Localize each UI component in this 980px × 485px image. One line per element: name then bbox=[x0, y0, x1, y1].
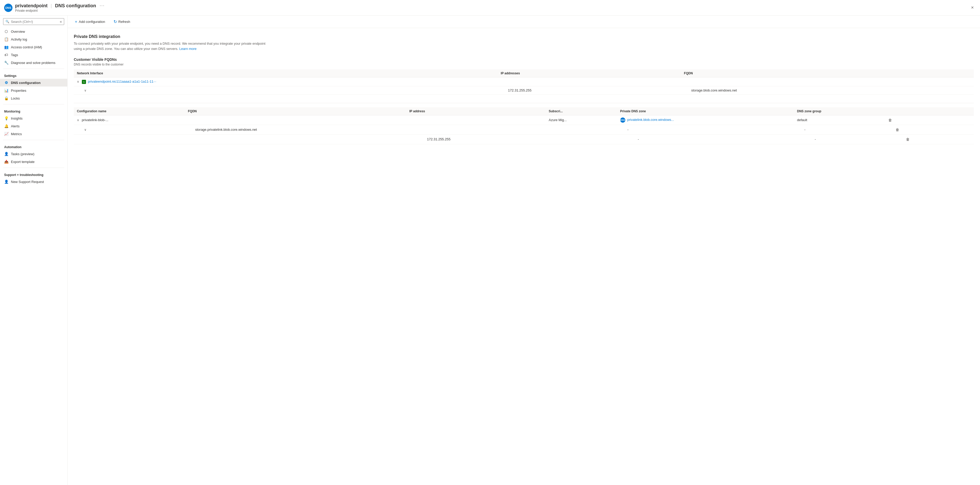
locks-icon: 🔒 bbox=[4, 96, 8, 101]
refresh-label: Refresh bbox=[118, 20, 130, 24]
sidebar-item-label: Alerts bbox=[11, 124, 19, 128]
config-subscription-cell: Azure Mig... bbox=[546, 115, 617, 125]
config-child1-delete: 🗑 bbox=[884, 125, 974, 134]
fqdns-nic-cell: ∨ N privateendpoint.nic111aaaa1-a1a1-1a1… bbox=[74, 77, 498, 86]
delete-config-button[interactable]: 🗑 bbox=[887, 118, 894, 123]
sidebar-item-insights[interactable]: 💡 Insights bbox=[0, 114, 67, 122]
add-configuration-button[interactable]: + Add configuration bbox=[73, 18, 107, 25]
diagnose-icon: 🔧 bbox=[4, 61, 8, 65]
dns-config-icon: ⚙ bbox=[4, 81, 8, 85]
config-child1-ip bbox=[406, 125, 546, 134]
table-row: ∨ privatelink-blob-... Azure Mig... DNS … bbox=[74, 115, 974, 125]
sidebar-item-metrics[interactable]: 📈 Metrics bbox=[0, 130, 67, 138]
sidebar-item-label: Access control (IAM) bbox=[11, 45, 42, 49]
learn-more-link[interactable]: Learn more bbox=[179, 47, 196, 51]
fqdns-child-ip: 172.31.255.255 bbox=[498, 86, 681, 94]
sidebar: 🔍 « ⬡ Overview 📋 Activity log 👥 Access c… bbox=[0, 16, 68, 485]
search-box: 🔍 « bbox=[3, 18, 64, 25]
header: DNS privatendpoint | DNS configuration ·… bbox=[0, 0, 980, 16]
refresh-button[interactable]: ↻ Refresh bbox=[111, 18, 132, 25]
fqdns-col-ip-addresses: IP addresses bbox=[498, 69, 681, 77]
expand-child1-button[interactable]: ∨ bbox=[84, 128, 86, 131]
sidebar-item-activity-log[interactable]: 📋 Activity log bbox=[0, 35, 67, 43]
sidebar-item-tags[interactable]: 🏷 Tags bbox=[0, 51, 67, 59]
config-col-ip: IP address bbox=[406, 107, 546, 115]
properties-icon: 📊 bbox=[4, 88, 8, 93]
sidebar-item-overview[interactable]: ⬡ Overview bbox=[0, 27, 67, 35]
sidebar-item-label: Metrics bbox=[11, 132, 22, 136]
customer-fqdns-desc: DNS records visible to the customer bbox=[74, 63, 974, 66]
support-section-header: Support + troubleshooting bbox=[0, 170, 67, 178]
config-col-dns-zone: Private DNS zone bbox=[617, 107, 794, 115]
config-table: Configuration name FQDN IP address Subsc… bbox=[74, 107, 974, 144]
config-section: Configuration name FQDN IP address Subsc… bbox=[74, 103, 974, 144]
sidebar-item-locks[interactable]: 🔒 Locks bbox=[0, 94, 67, 102]
svg-text:N: N bbox=[83, 81, 85, 83]
config-child2-subscription bbox=[546, 134, 617, 144]
table-row: ∨ N privateendpoint.nic111aaaa1-a1a1-1a1… bbox=[74, 77, 974, 86]
add-configuration-label: Add configuration bbox=[79, 20, 105, 24]
config-child2-name bbox=[74, 134, 185, 144]
settings-divider bbox=[3, 69, 64, 69]
metrics-icon: 📈 bbox=[4, 132, 8, 136]
delete-child1-button[interactable]: 🗑 bbox=[894, 127, 901, 132]
fqdns-col-fqdn: FQDN bbox=[681, 69, 974, 77]
expand-nic-button[interactable]: ∨ bbox=[77, 80, 79, 83]
sidebar-item-label: Overview bbox=[11, 30, 25, 34]
collapse-button[interactable]: « bbox=[60, 19, 62, 24]
nic-icon: N bbox=[82, 80, 86, 84]
sidebar-item-label: Tags bbox=[11, 53, 18, 57]
more-menu-button[interactable]: ··· bbox=[100, 3, 105, 8]
automation-section-header: Automation bbox=[0, 142, 67, 150]
config-child1-expand: ∨ bbox=[74, 125, 185, 134]
sidebar-item-label: Properties bbox=[11, 89, 26, 93]
insights-icon: 💡 bbox=[4, 116, 8, 120]
config-fqdn-cell bbox=[185, 115, 406, 125]
expand-child-button[interactable]: ∨ bbox=[84, 89, 86, 92]
main-content: + Add configuration ↻ Refresh Private DN… bbox=[68, 16, 980, 485]
export-template-icon: 📤 bbox=[4, 160, 8, 164]
fqdns-header-row: Network Interface IP addresses FQDN bbox=[74, 69, 974, 77]
sidebar-item-label: DNS configuration bbox=[11, 81, 41, 85]
sidebar-item-label: Locks bbox=[11, 96, 20, 101]
sidebar-item-diagnose[interactable]: 🔧 Diagnose and solve problems bbox=[0, 59, 67, 67]
config-child1-fqdn: storage.privatelink.blob.core.windows.ne… bbox=[185, 125, 406, 134]
expand-config-button[interactable]: ∨ bbox=[77, 118, 79, 122]
title-separator: | bbox=[51, 3, 52, 9]
refresh-icon: ↻ bbox=[113, 19, 117, 24]
config-col-subscription: Subscri... bbox=[546, 107, 617, 115]
sidebar-item-new-support[interactable]: 👤 New Support Request bbox=[0, 178, 67, 185]
sidebar-item-label: Tasks (preview) bbox=[11, 152, 34, 156]
sidebar-item-dns-config[interactable]: ⚙ DNS configuration bbox=[0, 79, 67, 86]
config-dns-group-cell: default bbox=[794, 115, 884, 125]
config-delete-cell: 🗑 bbox=[884, 115, 974, 125]
dns-zone-link[interactable]: privatelink.blob.core.windows... bbox=[627, 118, 674, 122]
sidebar-item-properties[interactable]: 📊 Properties bbox=[0, 86, 67, 94]
overview-icon: ⬡ bbox=[4, 29, 8, 34]
config-child1-dns-zone: - bbox=[617, 125, 794, 134]
sidebar-item-tasks[interactable]: 👤 Tasks (preview) bbox=[0, 150, 67, 158]
layout: 🔍 « ⬡ Overview 📋 Activity log 👥 Access c… bbox=[0, 16, 980, 485]
page-title: DNS configuration bbox=[55, 3, 96, 9]
monitoring-section-header: Monitoring bbox=[0, 107, 67, 114]
add-icon: + bbox=[75, 19, 77, 24]
content-area: Private DNS integration To connect priva… bbox=[68, 28, 980, 155]
sidebar-item-alerts[interactable]: 🔔 Alerts bbox=[0, 122, 67, 130]
config-dns-zone-cell: DNS privatelink.blob.core.windows... bbox=[617, 115, 794, 125]
sidebar-item-access-control[interactable]: 👥 Access control (IAM) bbox=[0, 43, 67, 51]
delete-child2-button[interactable]: 🗑 bbox=[904, 137, 911, 142]
nic-link[interactable]: privateendpoint.nic111aaaa1-a1a1-1a11-11… bbox=[88, 80, 156, 83]
config-child2-dns-group: - bbox=[794, 134, 884, 144]
config-child2-fqdn bbox=[185, 134, 406, 144]
search-input[interactable] bbox=[11, 20, 60, 24]
fqdns-table: Network Interface IP addresses FQDN ∨ N bbox=[74, 69, 974, 95]
fqdns-ip-cell bbox=[498, 77, 681, 86]
sidebar-item-label: Diagnose and solve problems bbox=[11, 61, 55, 65]
config-child2-delete: 🗑 bbox=[884, 134, 974, 144]
sidebar-item-export-template[interactable]: 📤 Export template bbox=[0, 158, 67, 166]
close-button[interactable]: × bbox=[969, 4, 976, 11]
table-row: ∨ 172.31.255.255 storage.blob.core.windo… bbox=[74, 86, 974, 94]
toolbar: + Add configuration ↻ Refresh bbox=[68, 16, 980, 28]
dns-integration-desc: To connect privately with your private e… bbox=[74, 41, 271, 51]
config-col-name: Configuration name bbox=[74, 107, 185, 115]
